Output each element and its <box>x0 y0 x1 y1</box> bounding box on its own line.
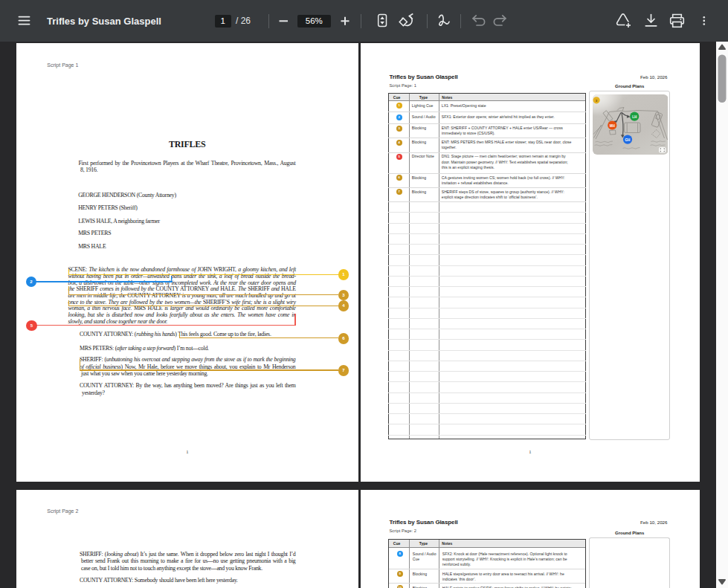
svg-text:GH: GH <box>625 138 631 141</box>
svg-text:MH: MH <box>609 123 615 127</box>
svg-text:LH: LH <box>632 114 637 118</box>
